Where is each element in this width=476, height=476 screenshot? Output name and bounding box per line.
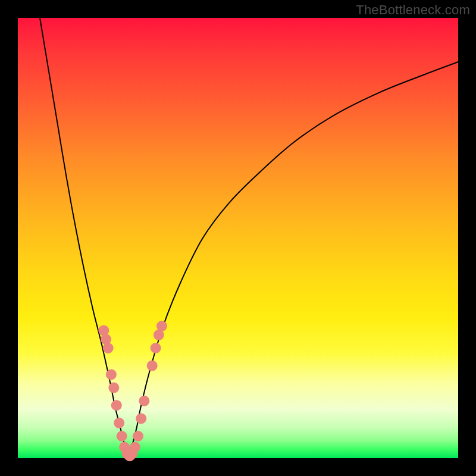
marker-dot bbox=[147, 361, 158, 371]
marker-dot bbox=[139, 396, 149, 406]
marker-dot bbox=[114, 418, 124, 428]
plot-area bbox=[18, 18, 458, 458]
marker-dot bbox=[117, 431, 127, 441]
marker-dot bbox=[106, 369, 117, 380]
right-branch-curve bbox=[128, 62, 458, 458]
marker-dot bbox=[108, 383, 119, 393]
marker-dot bbox=[133, 431, 143, 441]
marker-dot bbox=[103, 343, 114, 353]
chart-svg bbox=[18, 18, 458, 458]
chart-frame: TheBottleneck.com bbox=[0, 0, 476, 476]
marker-dot bbox=[130, 442, 140, 453]
marker-dot bbox=[136, 413, 146, 424]
marker-group bbox=[98, 321, 167, 461]
marker-dot bbox=[151, 343, 161, 353]
marker-dot bbox=[156, 321, 167, 331]
marker-dot bbox=[111, 400, 122, 411]
watermark-label: TheBottleneck.com bbox=[356, 2, 470, 18]
